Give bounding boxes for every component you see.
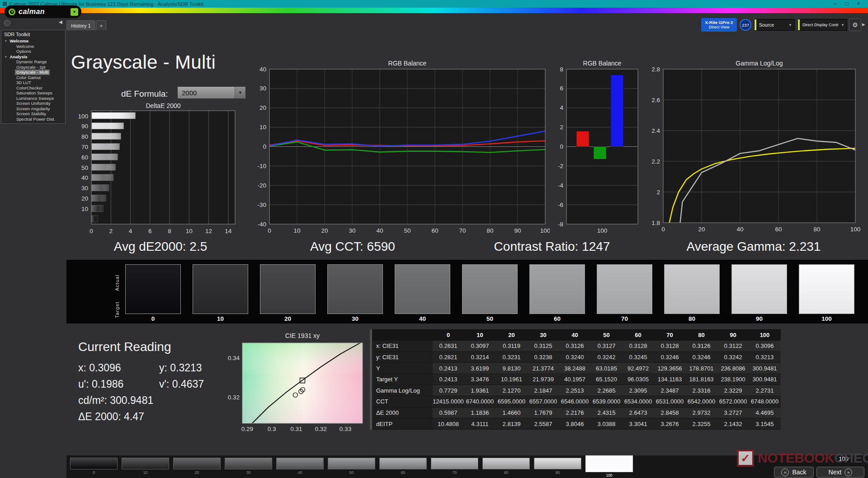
source-dropdown[interactable]: Source ▼ — [754, 19, 795, 31]
patch-color — [482, 458, 530, 469]
test-patch-40[interactable]: 40 — [276, 458, 324, 475]
tree-expand-icon[interactable]: ▾ — [5, 54, 7, 60]
table-cell: 0.3231 — [496, 351, 528, 363]
notebookcheck-watermark: ✓ NOTEBOOKCHECK — [737, 450, 868, 467]
back-button[interactable]: « Back — [774, 467, 814, 478]
table-row-label: Y — [371, 363, 433, 374]
sidebar-item-analysis[interactable]: ▾Analysis — [1, 54, 65, 60]
sidebar-collapse-arrow[interactable]: ◀ — [59, 19, 62, 24]
current-reading-title: Current Reading — [78, 340, 204, 354]
table-col-header: 10 — [464, 329, 496, 341]
settings-gear-button[interactable]: ⚙ — [849, 19, 861, 31]
sidebar-tree: ▾WelcomeWelcomeOptions▾AnalysisDynamic R… — [1, 38, 65, 122]
test-patch-0[interactable]: 0 — [70, 458, 118, 475]
sidebar-item-screen-uniformity[interactable]: Screen Uniformity — [1, 101, 65, 106]
sidebar-item-label: Screen Uniformity — [15, 101, 52, 106]
reading-u-prime: u': 0.1986 — [78, 376, 159, 392]
sidebar-item-colorchecker[interactable]: ColorChecker — [1, 85, 65, 91]
table-cell: 6534.0000 — [623, 396, 654, 408]
grayscale-swatch-0: 0 — [125, 264, 181, 322]
test-patch-100[interactable]: 100 — [585, 458, 633, 478]
patch-color — [173, 458, 221, 469]
test-patch-70[interactable]: 70 — [431, 458, 478, 475]
table-cell: 0.3125 — [528, 341, 559, 352]
window-controls: – □ × — [829, 0, 864, 8]
svg-text:6: 6 — [148, 228, 152, 234]
grayscale-swatch-90: 90 — [731, 264, 787, 322]
sidebar-item-grayscale-multi[interactable]: Grayscale - Multi — [1, 70, 65, 75]
sidebar-round-button[interactable] — [4, 20, 10, 26]
test-patch-20[interactable]: 20 — [173, 458, 221, 475]
sidebar-item-luminance-sweeps[interactable]: Luminance Sweeps — [1, 96, 65, 101]
svg-text:70: 70 — [459, 227, 466, 234]
sidebar-item-screen-stability[interactable]: Screen Stability — [1, 111, 65, 117]
sidebar-item-screen-angularity[interactable]: Screen Angularity — [1, 106, 65, 112]
svg-text:0.3: 0.3 — [268, 426, 276, 432]
calman-logo-menu[interactable]: calman ▼ — [5, 5, 81, 18]
table-cell: 0.2631 — [433, 341, 464, 352]
sidebar-item-3d-lut[interactable]: 3D LUT — [1, 80, 65, 85]
svg-text:80: 80 — [486, 227, 493, 234]
tree-expand-icon[interactable]: ▾ — [5, 38, 7, 44]
swatch-color — [731, 264, 787, 314]
sidebar-header: SDR Toolkit — [1, 30, 65, 38]
sidebar-item-label: Screen Stability — [15, 111, 47, 117]
patch-color — [276, 458, 324, 469]
test-patch-90[interactable]: 90 — [534, 458, 581, 475]
table-row: dEITP10.48084.31112.81392.55873.80463.03… — [371, 418, 781, 430]
tab-history-1[interactable]: History 1 — [66, 20, 95, 30]
sidebar-item-color-gamut[interactable]: Color Gamut — [1, 75, 65, 80]
sidebar-item-grayscale-2pt[interactable]: Grayscale - 2pt — [1, 65, 65, 70]
svg-text:100: 100 — [850, 226, 861, 233]
expand-panel-arrow[interactable]: ▸ — [862, 21, 865, 28]
svg-text:100: 100 — [78, 113, 88, 120]
patch-label: 60 — [379, 470, 427, 475]
table-cell: 3.6199 — [464, 363, 496, 374]
chevron-down-icon: ▼ — [235, 87, 245, 98]
maximize-button[interactable]: □ — [841, 0, 853, 8]
sidebar-item-options[interactable]: Options — [1, 49, 65, 54]
stat-avg-cct: Avg CCT: 6590 — [285, 239, 420, 256]
table-cell: 134.1163 — [654, 374, 686, 385]
patch-label: 100 — [585, 473, 633, 478]
sidebar-item-label: Welcome — [15, 44, 35, 49]
sidebar-item-saturation-sweeps[interactable]: Saturation Sweeps — [1, 90, 65, 96]
rainbow-accent-bar — [0, 8, 868, 13]
minimize-button[interactable]: – — [829, 0, 841, 8]
reading-x: x: 0.3096 — [78, 360, 159, 376]
table-row-label: x: CIE31 — [371, 341, 433, 352]
test-patch-10[interactable]: 10 — [122, 458, 169, 475]
table-cell: 2.4315 — [591, 407, 623, 418]
table-cell: 0.2821 — [433, 351, 464, 363]
table-cell: 40.1957 — [559, 374, 591, 385]
table-col-header: 60 — [623, 329, 654, 341]
svg-text:-8: -8 — [558, 221, 563, 228]
sidebar-item-welcome[interactable]: ▾Welcome — [1, 38, 65, 44]
meter-status-badge[interactable]: 237 — [740, 19, 751, 31]
test-patch-60[interactable]: 60 — [379, 458, 427, 475]
test-patch-30[interactable]: 30 — [225, 458, 272, 475]
table-cell: 0.2413 — [433, 363, 464, 374]
next-button[interactable]: Next » — [816, 467, 864, 478]
svg-text:-2: -2 — [558, 163, 563, 169]
table-cell: 300.9481 — [749, 363, 781, 374]
de-formula-select[interactable]: 2000 ▼ — [177, 86, 246, 99]
test-patch-80[interactable]: 80 — [482, 458, 530, 475]
sidebar-item-label: Grayscale - 2pt — [15, 65, 47, 70]
sidebar-item-label: 3D LUT — [15, 80, 33, 85]
sidebar-item-dynamic-range[interactable]: Dynamic Range — [1, 59, 65, 65]
sidebar-item-welcome[interactable]: Welcome — [1, 44, 65, 49]
table-cell: 3.2676 — [654, 418, 686, 430]
test-patch-50[interactable]: 50 — [328, 458, 375, 475]
svg-text:6: 6 — [560, 85, 563, 92]
svg-text:90: 90 — [81, 123, 88, 130]
close-button[interactable]: × — [853, 0, 864, 8]
add-tab-button[interactable]: + — [96, 20, 106, 30]
display-control-dropdown[interactable]: Direct Display Control ▼ — [797, 19, 847, 31]
meter-select-button[interactable]: X-Rite i1Pro 2 Direct View — [701, 18, 737, 32]
back-chevrons-icon: « — [781, 469, 789, 476]
table-cell: 236.8086 — [717, 363, 749, 374]
sidebar-item-spectral-power-dist[interactable]: Spectral Power Dist. — [1, 117, 65, 122]
sidebar-item-label: Options — [15, 49, 33, 54]
swatch-label: 0 — [125, 315, 181, 322]
